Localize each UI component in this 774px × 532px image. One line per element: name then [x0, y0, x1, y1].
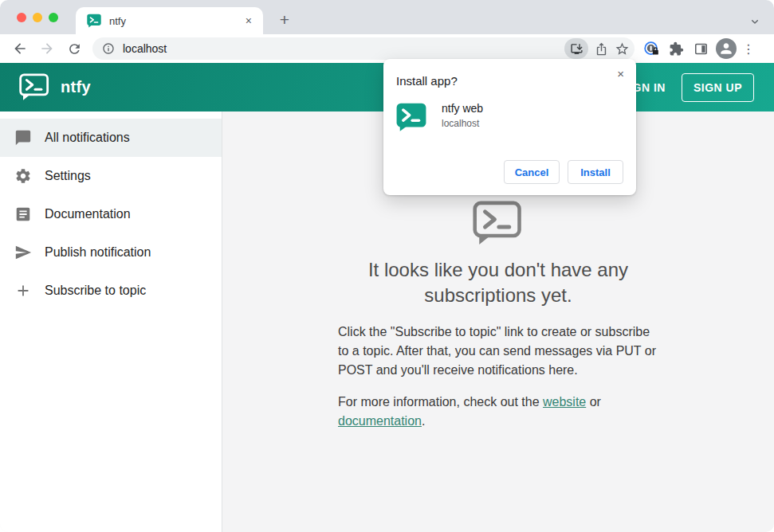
browser-menu-icon[interactable]: ⋮ — [738, 41, 759, 57]
empty-state-paragraph: Click the "Subscribe to topic" link to c… — [338, 323, 658, 380]
url-text: localhost — [123, 42, 564, 55]
sign-up-button[interactable]: SIGN UP — [682, 73, 754, 102]
empty-state-copy: Click the "Subscribe to topic" link to c… — [338, 323, 658, 431]
install-dialog-app-name: ntfy web — [442, 102, 483, 115]
sidebar-item-settings[interactable]: Settings — [0, 157, 222, 195]
fullscreen-window-button[interactable] — [49, 13, 58, 22]
sidebar-item-label: Settings — [45, 169, 91, 183]
install-dialog-app-origin: localhost — [442, 118, 483, 129]
ntfy-empty-state-logo-icon — [473, 201, 524, 246]
profile-avatar[interactable] — [713, 37, 738, 60]
bookmark-star-icon[interactable] — [615, 41, 630, 57]
minimize-window-button[interactable] — [33, 13, 42, 22]
install-dialog-title: Install app? — [396, 74, 623, 88]
browser-window: ntfy × + localhost — [0, 0, 774, 532]
password-manager-extension-icon[interactable] — [639, 37, 664, 60]
extensions-puzzle-icon[interactable] — [664, 37, 689, 60]
install-app-icon[interactable] — [564, 38, 588, 59]
new-tab-button[interactable]: + — [273, 9, 296, 31]
reload-icon[interactable] — [61, 37, 88, 60]
install-dialog-app-info: ntfy web localhost — [442, 102, 483, 129]
ntfy-favicon-icon — [87, 14, 101, 28]
install-app-dialog: Install app? × ntfy web localhost Cancel… — [383, 59, 636, 195]
app-title: ntfy — [61, 78, 91, 96]
forward-icon[interactable] — [33, 37, 61, 60]
extensions-cluster: ⋮ — [639, 37, 759, 60]
links-paragraph-suffix: . — [422, 414, 425, 428]
sidebar-item-documentation[interactable]: Documentation — [0, 195, 222, 233]
install-button[interactable]: Install — [568, 160, 623, 184]
links-paragraph-prefix: For more information, check out the — [338, 395, 543, 409]
sidebar: All notifications Settings Documentation… — [0, 111, 222, 532]
plus-icon — [14, 282, 32, 299]
window-controls — [17, 13, 58, 22]
sidebar-item-subscribe-to-topic[interactable]: Subscribe to topic — [0, 272, 222, 310]
tab-list-chevron-icon[interactable] — [748, 15, 761, 28]
close-window-button[interactable] — [17, 13, 26, 22]
ntfy-app-icon — [396, 102, 426, 132]
tab-title: ntfy — [109, 15, 242, 27]
sidebar-item-label: Documentation — [45, 207, 131, 221]
sidebar-item-all-notifications[interactable]: All notifications — [0, 119, 222, 157]
article-icon — [14, 205, 32, 223]
empty-state-heading: It looks like you don't have any subscri… — [327, 257, 670, 308]
links-paragraph-middle: or — [586, 395, 601, 409]
sidebar-item-label: All notifications — [45, 131, 130, 145]
tab-strip: ntfy × + — [0, 0, 774, 34]
address-bar[interactable]: localhost — [92, 37, 635, 60]
sidebar-item-publish-notification[interactable]: Publish notification — [0, 233, 222, 272]
sidebar-item-label: Subscribe to topic — [45, 284, 146, 298]
back-icon[interactable] — [6, 37, 33, 60]
omnibox-actions — [564, 38, 630, 59]
gear-icon — [14, 167, 32, 185]
share-icon[interactable] — [595, 42, 608, 56]
sidebar-item-label: Publish notification — [45, 245, 151, 260]
documentation-link[interactable]: documentation — [338, 414, 422, 428]
install-dialog-app-row: ntfy web localhost — [396, 102, 623, 132]
avatar-person-icon — [716, 38, 737, 59]
website-link[interactable]: website — [543, 395, 586, 409]
send-icon — [14, 244, 32, 261]
empty-state-links-paragraph: For more information, check out the webs… — [338, 393, 658, 431]
dialog-close-icon[interactable]: × — [617, 68, 624, 80]
browser-tab[interactable]: ntfy × — [76, 7, 263, 34]
side-panel-icon[interactable] — [689, 37, 713, 60]
site-info-icon[interactable] — [102, 42, 115, 55]
cancel-button[interactable]: Cancel — [504, 160, 560, 184]
ntfy-logo-icon — [19, 73, 50, 101]
close-tab-icon[interactable]: × — [242, 14, 255, 28]
chat-bubble-icon — [14, 129, 32, 147]
install-dialog-actions: Cancel Install — [504, 160, 623, 184]
